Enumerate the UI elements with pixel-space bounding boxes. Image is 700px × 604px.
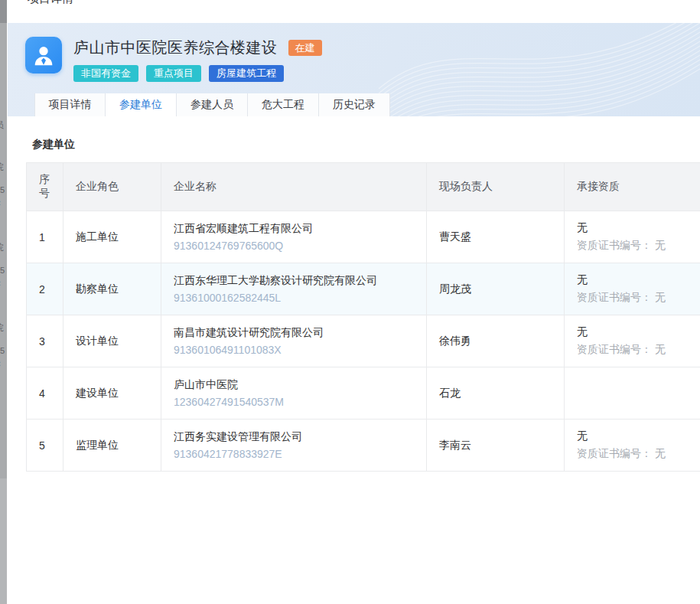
company-name: 江西东华理工大学勘察设计研究院有限公司 [174,274,414,288]
project-avatar [25,37,62,73]
manager-cell: 徐伟勇 [427,315,565,367]
project-header: 庐山市中医院医养综合楼建设 在建 非国有资金 重点项目 房屋建筑工程 项目详情 … [8,23,700,116]
company-name: 南昌市建筑设计研究院有限公司 [174,326,414,340]
table-row: 4 建设单位 庐山市中医院 12360427491540537M 石龙 [27,367,700,420]
credit-code: 91360124769765600Q [174,240,414,252]
clipped-text-fragment: ： [0,277,7,289]
row-index-cell: 5 [27,420,63,472]
tab-content: 参建单位 序号 企业角色 企业名称 现场负责人 承接资质 1 施工单位 [8,138,700,472]
page-root: 员 院 15 ： 院 15 ： 院 15 ： 项目详情 [0,0,700,604]
qualification-cell: 无 资质证书编号： 无 [565,420,700,472]
company-cell: 江西东华理工大学勘察设计研究院有限公司 91361000162582445L [161,263,427,315]
detail-panel: 项目详情 [8,0,700,604]
manager-cell: 石龙 [427,367,565,420]
person-icon [31,43,56,67]
qualification-cell: 无 资质证书编号： 无 [565,315,700,367]
role-cell: 勘察单位 [63,263,161,315]
qualification-value: 无 [577,429,700,443]
qualification-value: 无 [577,273,700,287]
company-name: 江西务实建设管理有限公司 [174,430,414,444]
row-index-cell: 1 [27,211,63,263]
clipped-text-fragment: 院 [0,162,7,173]
cert-number: 资质证书编号： 无 [577,447,700,461]
role-cell: 监理单位 [63,420,161,472]
role-cell: 设计单位 [63,315,161,367]
credit-code: 91360106491101083X [174,344,414,356]
col-header-index: 序号 [27,163,63,211]
tab-dangerous-works[interactable]: 危大工程 [248,93,319,116]
clipped-text-fragment: 员 [0,119,7,131]
table-row: 3 设计单位 南昌市建筑设计研究院有限公司 91360106491101083X… [27,315,700,367]
clipped-text-fragment: 15 [0,346,7,355]
clipped-text-fragment: 15 [0,185,7,194]
project-title: 庐山市中医院医养综合楼建设 [73,38,278,58]
clipped-text-fragment: 15 [0,266,7,275]
role-cell: 施工单位 [63,211,161,263]
company-cell: 庐山市中医院 12360427491540537M [161,367,427,420]
qualification-value: 无 [577,325,700,339]
tag-funding: 非国有资金 [73,65,138,82]
table-row: 5 监理单位 江西务实建设管理有限公司 91360421778833927E 李… [27,420,700,472]
cert-number: 资质证书编号： 无 [577,239,700,253]
credit-code: 91360421778833927E [174,448,414,460]
qualification-cell [565,367,700,420]
row-index-cell: 3 [27,315,63,367]
col-header-role: 企业角色 [63,163,161,211]
underlying-page-sliver: 员 院 15 ： 院 15 ： 院 15 ： [0,0,7,604]
breadcrumb[interactable]: 项目详情 [28,0,73,6]
tab-bar: 项目详情 参建单位 参建人员 危大工程 历史记录 [34,93,390,116]
tag-project-type: 房屋建筑工程 [209,65,284,82]
company-name: 庐山市中医院 [174,378,414,392]
role-cell: 建设单位 [63,367,161,420]
table-row: 1 施工单位 江西省宏顺建筑工程有限公司 91360124769765600Q … [27,211,700,263]
company-cell: 南昌市建筑设计研究院有限公司 91360106491101083X [161,315,427,367]
credit-code: 91361000162582445L [174,292,414,304]
company-cell: 江西省宏顺建筑工程有限公司 91360124769765600Q [161,211,427,263]
tag-key-project: 重点项目 [146,65,201,82]
qualification-cell: 无 资质证书编号： 无 [565,263,700,315]
cert-number: 资质证书编号： 无 [577,343,700,357]
credit-code: 12360427491540537M [174,396,414,408]
cert-number: 资质证书编号： 无 [577,291,700,305]
manager-cell: 曹天盛 [427,211,565,263]
company-cell: 江西务实建设管理有限公司 91360421778833927E [161,420,427,472]
manager-cell: 周龙茂 [427,263,565,315]
company-name: 江西省宏顺建筑工程有限公司 [174,222,414,236]
project-tags: 非国有资金 重点项目 房屋建筑工程 [73,65,322,82]
section-title: 参建单位 [32,138,700,152]
qualification-cell: 无 资质证书编号： 无 [565,211,700,263]
clipped-text-fragment: ： [0,197,7,208]
participating-units-table: 序号 企业角色 企业名称 现场负责人 承接资质 1 施工单位 江西省宏顺建筑工程… [26,162,700,472]
col-header-company: 企业名称 [161,163,427,211]
wave-decoration [379,23,700,116]
row-index-cell: 4 [27,367,63,420]
col-header-qualification: 承接资质 [565,163,700,211]
manager-cell: 李南云 [427,420,565,472]
col-header-manager: 现场负责人 [427,163,565,211]
breadcrumb-bar: 项目详情 [8,0,700,23]
tab-project-detail[interactable]: 项目详情 [34,93,106,116]
clipped-text-fragment: 院 [0,322,7,334]
table-row: 2 勘察单位 江西东华理工大学勘察设计研究院有限公司 9136100016258… [27,263,700,315]
row-index-cell: 2 [27,263,63,315]
tab-participating-units[interactable]: 参建单位 [106,93,177,116]
status-badge: 在建 [288,40,322,56]
tab-history[interactable]: 历史记录 [319,93,390,116]
tab-participating-people[interactable]: 参建人员 [177,93,248,116]
qualification-value: 无 [577,221,700,235]
clipped-text-fragment: ： [0,358,7,369]
table-header-row: 序号 企业角色 企业名称 现场负责人 承接资质 [27,163,700,211]
clipped-text-fragment: 院 [0,242,7,253]
